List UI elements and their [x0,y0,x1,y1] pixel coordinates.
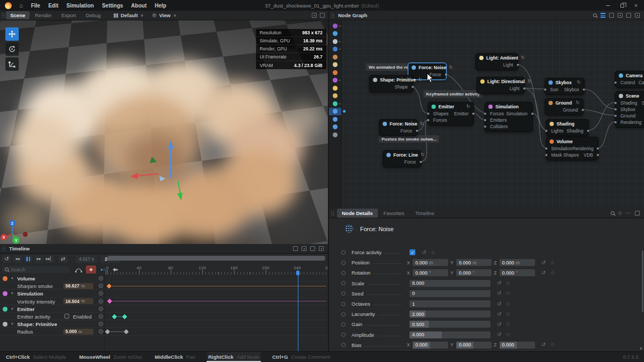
input-bias-y[interactable]: 0.000 [456,342,492,349]
favorite-star-icon[interactable]: ☆ [506,322,510,327]
power-toggle-icon[interactable]: ↻ [521,55,525,60]
reset-icon[interactable]: ↺ [497,322,501,327]
output-port[interactable] [416,130,418,132]
track-sharpen-smoke[interactable]: Sharpen smoke56.627% [0,282,328,290]
reset-icon[interactable]: ↺ [497,280,501,286]
node-title-bar[interactable]: Light: Directional↻ [477,77,524,85]
view-dropdown[interactable]: ◎ View ∨ [152,12,177,18]
node-volume[interactable]: VolumeSimulationRenderingMask ShapesVDB [546,137,598,160]
favorite-star-icon[interactable]: ☆ [550,260,555,265]
input-seed[interactable]: 0 [409,290,491,297]
node-title-bar[interactable]: Skybox↻ [545,78,584,86]
gizmo-x-arrow[interactable] [130,173,138,179]
input-port[interactable] [614,102,617,104]
keyframe-diamond[interactable] [105,329,109,334]
input-port[interactable] [545,130,547,132]
output-port[interactable] [523,87,525,90]
reset-icon[interactable]: ↺ [497,332,501,337]
node-scene[interactable]: SceneShadingSceneSkyboxGroundRendering [615,91,644,128]
viewport-3d[interactable]: Resolution983 x 672Simulate, GPU16.39 ms… [0,20,328,244]
keyframe-circle-icon[interactable] [341,343,346,347]
frame-selected-icon[interactable] [618,13,623,18]
auto-keyframe-button[interactable]: ◆ [86,265,96,274]
node-title-bar[interactable]: Simulation [485,102,532,110]
drag-grip-icon[interactable] [2,246,5,252]
visibility-eye-icon[interactable] [99,284,103,288]
collapse-caret-icon[interactable]: ▾ [11,307,13,311]
palette-item-noise[interactable] [329,115,341,123]
input-port[interactable] [427,119,429,121]
keyframe-diamond[interactable] [122,314,127,319]
input-port[interactable] [614,121,617,123]
output-port[interactable] [597,147,599,150]
gizmo-z-arrow[interactable] [168,141,173,149]
keyframe-filter-icon[interactable]: ◇ [618,211,622,216]
scroll-down-icon[interactable]: ∨ [639,346,642,351]
power-toggle-icon[interactable]: ↻ [419,77,422,82]
track-vorticity-intensity[interactable]: Vorticity intensity16.504% [0,298,328,305]
node-light-directional[interactable]: Light: Directional↻Light [477,77,525,94]
node-camera[interactable]: CameraControlCamera [615,71,644,88]
tab-scene[interactable]: Scene [6,11,30,19]
node-title-bar[interactable]: Force: Line↻ [383,151,421,159]
reset-icon[interactable]: ↺ [497,301,501,307]
node-title-bar[interactable]: Shading [546,120,588,128]
panel-options-icon[interactable] [319,246,324,251]
input-port[interactable] [545,154,547,156]
track-shape-primitive[interactable]: ▾Shape: Primitive [0,320,328,328]
keyframe-circle-icon[interactable] [341,333,346,337]
power-toggle-icon[interactable]: ↻ [576,100,580,105]
reset-icon[interactable]: ↺ [541,260,546,265]
palette-item-flame[interactable] [329,69,341,77]
reset-icon[interactable]: ↺ [541,270,546,276]
favorite-star-icon[interactable]: ☆ [506,332,510,337]
maximize-panel-icon[interactable] [626,13,631,18]
palette-item-sun[interactable] [329,84,341,92]
input-rotation-z[interactable]: 0.000° [500,269,535,276]
keyframe-circle-icon[interactable] [341,250,346,255]
axis-negative-handle[interactable] [23,232,28,237]
value-input[interactable]: 5.000m [63,329,93,335]
node-simulation[interactable]: SimulationForcesSimulationEmittersCollid… [485,102,533,132]
keyframe-diamond[interactable] [124,329,129,334]
menu-help[interactable]: Help [155,3,166,9]
transform-gizmo[interactable] [126,116,188,202]
expand-arrow-icon[interactable]: ▸ [339,48,341,51]
axis-orientation-gizmo[interactable]: Z X Y [0,218,33,244]
palette-item-crown[interactable] [329,92,341,100]
expand-arrow-icon[interactable]: ▸ [339,102,341,106]
output-port[interactable] [420,161,422,163]
keyframe-diamond[interactable] [107,299,112,304]
step-back-button[interactable]: ◂◂ [13,255,22,263]
pause-button[interactable] [24,255,33,263]
tab-render[interactable]: Render [31,11,56,19]
curve-editor-button[interactable] [74,265,84,274]
collapse-caret-icon[interactable]: ▾ [11,322,13,326]
collapse-caret-icon[interactable]: ▾ [11,291,13,295]
keyframe-circle-icon[interactable] [341,302,346,306]
output-port[interactable] [412,86,414,88]
checkbox[interactable] [64,314,69,319]
node-title-bar[interactable]: Shape: Primitive↻ [370,76,413,84]
input-port[interactable] [484,113,486,115]
palette-item-starburst[interactable]: ▸ [329,22,341,30]
timeline-range-scrollbar[interactable] [107,256,325,261]
list-view-icon[interactable] [601,13,605,17]
node-force-line[interactable]: Force: Line↻Force [383,150,421,167]
input-port[interactable] [427,113,429,115]
node-title-bar[interactable]: Force: Noise↻ [379,120,417,128]
palette-item-collider[interactable] [329,131,341,139]
expand-arrow-icon[interactable]: ▸ [339,25,341,28]
favorite-star-icon[interactable]: ☆ [550,342,555,348]
input-octaves[interactable]: 1 [409,300,491,307]
maximize-panel-icon[interactable] [635,211,640,216]
node-skybox[interactable]: Skybox↻SunSkybox [545,78,584,95]
gizmo-axis-arrow[interactable] [150,157,157,163]
loop-button[interactable]: ⇄ [58,255,68,263]
node-title-bar[interactable]: Emitter↻ [428,102,473,110]
value-input[interactable]: 16.504% [63,298,93,304]
track-emitter-activity[interactable]: Emitter activityEnabled [0,313,328,320]
input-bias-x[interactable]: 0.000 [413,342,448,349]
expand-arrow-icon[interactable]: ▸ [339,40,341,43]
output-port[interactable] [472,113,474,115]
